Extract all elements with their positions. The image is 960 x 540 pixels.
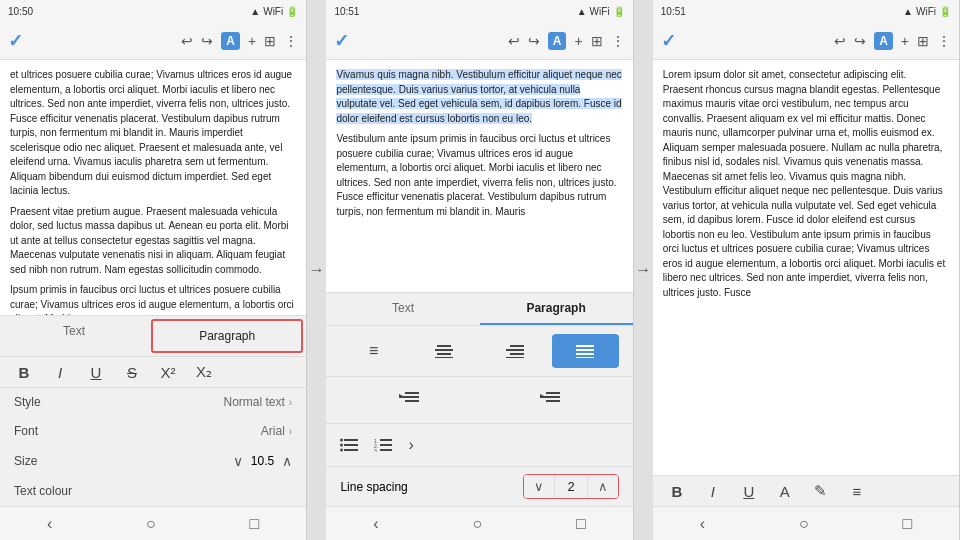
svg-rect-11 <box>576 357 594 358</box>
underline-button[interactable]: U <box>86 364 106 381</box>
home-nav-icon-3[interactable]: ○ <box>799 515 809 533</box>
svg-rect-6 <box>510 353 524 355</box>
check-button-2[interactable]: ✓ <box>334 30 349 52</box>
svg-point-24 <box>340 449 343 452</box>
status-bar-3: 10:51 ▲ WiFi 🔋 <box>653 0 959 22</box>
content-area-2: Vivamus quis magna nibh. Vestibulum effi… <box>326 60 632 292</box>
subscript-button[interactable]: X₂ <box>194 363 214 381</box>
panel-3: 10:51 ▲ WiFi 🔋 ✓ ↩ ↪ A + ⊞ ⋮ Lor <box>653 0 960 540</box>
add-button-2[interactable]: + <box>574 33 582 49</box>
recents-nav-icon-2[interactable]: □ <box>576 515 586 533</box>
arrow-list-button[interactable]: › <box>408 428 413 462</box>
status-bar-2: 10:51 ▲ WiFi 🔋 <box>326 0 632 22</box>
text-format-button[interactable]: A <box>221 32 240 50</box>
pen-button-3[interactable]: ✎ <box>811 482 831 500</box>
size-decrease[interactable]: ∨ <box>233 453 243 469</box>
svg-rect-7 <box>506 357 524 358</box>
text-colour-row: Text colour <box>0 477 306 506</box>
size-value: 10.5 <box>251 454 274 468</box>
style-row: Style Normal text › <box>0 388 306 417</box>
wifi-icon-2: WiFi <box>590 6 610 17</box>
line-spacing-row: Line spacing ∨ 2 ∧ <box>326 467 632 506</box>
redo-button[interactable]: ↪ <box>201 33 213 49</box>
undo-button-2[interactable]: ↩ <box>508 33 520 49</box>
strikethrough-button[interactable]: S <box>122 364 142 381</box>
layout-button[interactable]: ⊞ <box>264 33 276 49</box>
underline-button-3[interactable]: U <box>739 483 759 500</box>
toolbar-1: ✓ ↩ ↪ A + ⊞ ⋮ <box>0 22 306 60</box>
add-button-3[interactable]: + <box>901 33 909 49</box>
content-area-1: et ultrices posuere cubilia curae; Vivam… <box>0 60 306 315</box>
list-button-3[interactable]: ≡ <box>847 483 867 500</box>
redo-button-3[interactable]: ↪ <box>854 33 866 49</box>
wifi-icon-3: WiFi <box>916 6 936 17</box>
back-nav-icon[interactable]: ‹ <box>47 515 52 533</box>
tab-text-1[interactable]: Text <box>0 316 148 356</box>
align-center-button[interactable] <box>411 334 478 368</box>
menu-button-3[interactable]: ⋮ <box>937 33 951 49</box>
svg-rect-9 <box>576 349 594 351</box>
redo-button-2[interactable]: ↪ <box>528 33 540 49</box>
menu-button-2[interactable]: ⋮ <box>611 33 625 49</box>
time-1: 10:50 <box>8 6 33 17</box>
line-spacing-label: Line spacing <box>340 480 407 494</box>
layout-button-3[interactable]: ⊞ <box>917 33 929 49</box>
check-button-3[interactable]: ✓ <box>661 30 676 52</box>
tab-paragraph-2[interactable]: Paragraph <box>480 293 633 325</box>
font-label: Font <box>14 424 38 438</box>
undo-button[interactable]: ↩ <box>181 33 193 49</box>
size-label: Size <box>14 454 37 468</box>
list-row: 1. 2. 3. › <box>326 424 632 467</box>
bold-button[interactable]: B <box>14 364 34 381</box>
line-spacing-increase[interactable]: ∧ <box>588 475 618 498</box>
panel-1: 10:50 ▲ WiFi 🔋 ✓ ↩ ↪ A + ⊞ ⋮ et <box>0 0 307 540</box>
recents-nav-icon-3[interactable]: □ <box>902 515 912 533</box>
text-format-button-3[interactable]: A <box>874 32 893 50</box>
time-3: 10:51 <box>661 6 686 17</box>
size-stepper: ∨ 10.5 ∧ <box>233 453 292 469</box>
italic-button[interactable]: I <box>50 364 70 381</box>
style-value[interactable]: Normal text › <box>224 395 293 409</box>
battery-icon-2: 🔋 <box>613 6 625 17</box>
align-right-button[interactable] <box>482 334 549 368</box>
align-justify-button[interactable] <box>552 334 619 368</box>
color-button-3[interactable]: A <box>775 483 795 500</box>
svg-rect-29 <box>380 444 392 446</box>
back-nav-icon-3[interactable]: ‹ <box>700 515 705 533</box>
nav-bar-2: ‹ ○ □ <box>326 506 632 540</box>
ordered-list-button[interactable]: 1. 2. 3. <box>374 428 392 462</box>
check-button[interactable]: ✓ <box>8 30 23 52</box>
unordered-list-button[interactable] <box>340 428 358 462</box>
content-p2: Praesent vitae pretium augue. Praesent m… <box>10 205 296 278</box>
tab-paragraph-1[interactable]: Paragraph <box>151 319 303 353</box>
font-value[interactable]: Arial › <box>261 424 292 438</box>
svg-rect-14 <box>405 400 419 402</box>
tab-text-2[interactable]: Text <box>326 293 479 325</box>
svg-rect-8 <box>576 345 594 347</box>
home-nav-icon[interactable]: ○ <box>146 515 156 533</box>
svg-rect-1 <box>435 349 453 351</box>
nav-bar-3: ‹ ○ □ <box>653 506 959 540</box>
bold-button-3[interactable]: B <box>667 483 687 500</box>
layout-button-2[interactable]: ⊞ <box>591 33 603 49</box>
add-button[interactable]: + <box>248 33 256 49</box>
text-format-button-2[interactable]: A <box>548 32 567 50</box>
panel-2: 10:51 ▲ WiFi 🔋 ✓ ↩ ↪ A + ⊞ ⋮ <box>326 0 633 540</box>
time-2: 10:51 <box>334 6 359 17</box>
align-left-button[interactable]: ≡ <box>340 334 407 368</box>
size-increase[interactable]: ∧ <box>282 453 292 469</box>
svg-rect-5 <box>506 349 524 351</box>
svg-rect-4 <box>510 345 524 347</box>
back-nav-icon-2[interactable]: ‹ <box>373 515 378 533</box>
undo-button-3[interactable]: ↩ <box>834 33 846 49</box>
bottom-panel-2: Text Paragraph ≡ <box>326 292 632 506</box>
menu-button[interactable]: ⋮ <box>284 33 298 49</box>
signal-icon: ▲ <box>250 6 260 17</box>
indent-increase-button[interactable] <box>482 381 619 415</box>
superscript-button[interactable]: X² <box>158 364 178 381</box>
line-spacing-decrease[interactable]: ∨ <box>524 475 554 498</box>
recents-nav-icon[interactable]: □ <box>250 515 260 533</box>
home-nav-icon-2[interactable]: ○ <box>473 515 483 533</box>
indent-decrease-button[interactable] <box>340 381 477 415</box>
italic-button-3[interactable]: I <box>703 483 723 500</box>
